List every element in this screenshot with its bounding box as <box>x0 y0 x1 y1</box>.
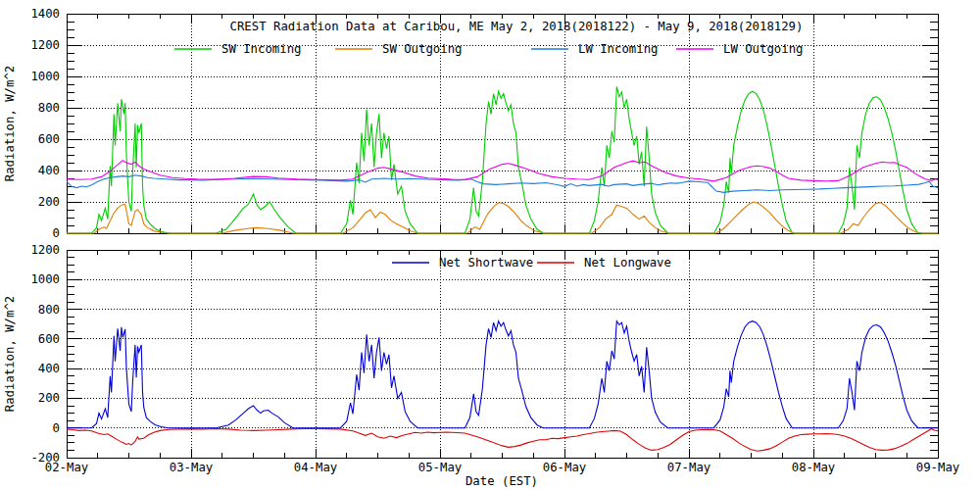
y-tick-label: 1400 <box>30 7 60 21</box>
series-sw-incoming <box>67 86 938 233</box>
y-tick-label: 800 <box>38 303 60 317</box>
x-axis-label: Date (EST) <box>466 474 538 488</box>
y-tick-label: 600 <box>38 332 60 346</box>
y-tick-label: 1000 <box>30 272 60 286</box>
y-tick-label: 0 <box>53 226 60 240</box>
y-tick-label: 1200 <box>30 243 60 257</box>
legend-label-sw-outgoing: SW Outgoing <box>382 42 462 56</box>
plot-panel-top: 0200400600800100012001400SW IncomingSW O… <box>3 7 938 240</box>
y-tick-label: 200 <box>38 391 60 405</box>
plot-panel-bottom: -20002004006008001000120002-May03-May04-… <box>3 243 959 488</box>
x-tick-label: 08-May <box>792 461 835 474</box>
y-tick-label: 600 <box>38 132 60 146</box>
y-tick-label: 400 <box>38 362 60 375</box>
x-tick-label: 05-May <box>418 461 462 474</box>
legend-label-lw-outgoing: LW Outgoing <box>723 42 803 56</box>
plot-frame <box>67 250 938 458</box>
y-tick-label: 0 <box>53 421 60 435</box>
series-lw-incoming <box>67 175 938 193</box>
x-tick-label: 02-May <box>45 461 88 474</box>
plot-frame <box>67 14 938 233</box>
x-tick-label: 06-May <box>543 461 586 474</box>
y-tick-label: 800 <box>38 101 60 115</box>
y-tick-label: 400 <box>38 164 60 177</box>
y-axis-label: Radiation, W/m^2 <box>3 66 17 181</box>
y-tick-label: 200 <box>38 195 60 209</box>
series-net-shortwave <box>67 321 938 428</box>
x-tick-label: 07-May <box>667 461 710 474</box>
x-tick-label: 04-May <box>294 461 337 474</box>
series-group <box>67 321 938 452</box>
series-net-longwave <box>67 429 938 452</box>
radiation-chart-canvas: 0200400600800100012001400SW IncomingSW O… <box>0 0 980 490</box>
x-tick-label: 03-May <box>170 461 213 474</box>
x-tick-label: 09-May <box>916 461 959 474</box>
series-group <box>67 86 938 233</box>
legend-label-sw-incoming: SW Incoming <box>221 42 301 56</box>
legend-label-net-shortwave: Net Shortwave <box>439 256 533 270</box>
legend-label-lw-incoming: LW Incoming <box>578 42 658 56</box>
y-tick-label: 1200 <box>30 38 60 52</box>
y-tick-label: 1000 <box>30 70 60 83</box>
chart-title: CREST Radiation Data at Caribou, ME May … <box>230 20 804 33</box>
y-axis-label: Radiation, W/m^2 <box>3 296 17 412</box>
radiation-figure: 0200400600800100012001400SW IncomingSW O… <box>0 0 980 490</box>
legend-label-net-longwave: Net Longwave <box>584 256 671 270</box>
